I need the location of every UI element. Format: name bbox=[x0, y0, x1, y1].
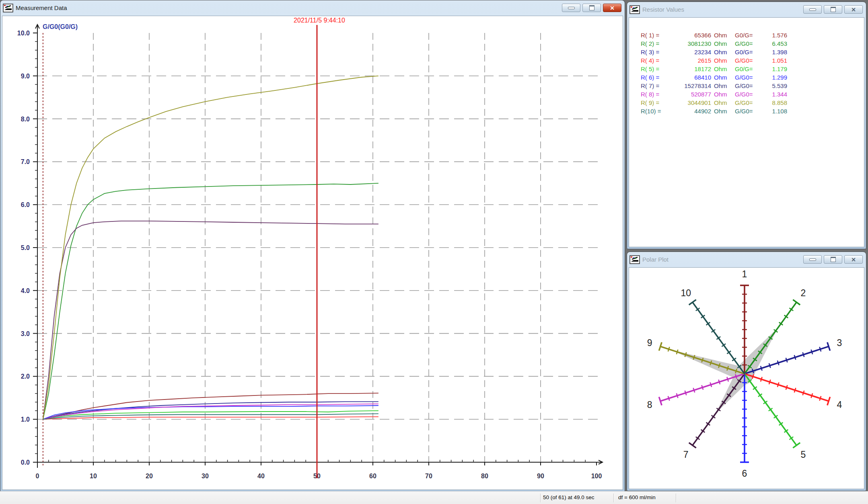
resistor-row: R(10) =44902OhmG/G0=1.108 bbox=[641, 107, 864, 115]
resistor-row: R( 9) =3044901OhmG/G0=8.858 bbox=[641, 98, 864, 107]
status-reading-position: 50 (of 61) at 49.0 sec bbox=[543, 494, 594, 500]
resistor-unit: Ohm bbox=[711, 98, 732, 107]
window-polar-plot: Polar Plot ✕ 12345678910 bbox=[627, 252, 866, 491]
resistor-unit: Ohm bbox=[711, 73, 732, 82]
status-bar: 50 (of 61) at 49.0 sec df = 600 ml/min bbox=[0, 491, 868, 504]
maximize-icon bbox=[831, 7, 836, 12]
resistor-row: R( 3) =23234OhmG0/G=1.398 bbox=[641, 48, 864, 56]
resistor-value: 15278314 bbox=[666, 82, 711, 90]
ratio-value: 1.051 bbox=[759, 56, 787, 65]
resistor-unit: Ohm bbox=[711, 65, 732, 73]
minimize-icon bbox=[809, 8, 816, 11]
ratio-label: G/G0= bbox=[735, 56, 759, 65]
radar-axis-label-7: 7 bbox=[683, 449, 689, 460]
svg-text:5.0: 5.0 bbox=[21, 244, 30, 251]
resistor-value: 2615 bbox=[666, 56, 711, 65]
maximize-button[interactable] bbox=[582, 4, 601, 12]
resistor-values-list: R( 1) =65366OhmG0/G=1.576R( 2) =3081230O… bbox=[629, 18, 864, 115]
resistor-unit: Ohm bbox=[711, 82, 732, 90]
ratio-label: G/G0= bbox=[735, 73, 759, 82]
app-icon bbox=[629, 255, 640, 264]
line-chart[interactable]: 0.01.02.03.04.05.06.07.08.09.010.0010203… bbox=[2, 16, 623, 490]
resistor-titlebar[interactable]: Resistor Values ✕ bbox=[627, 2, 866, 17]
resistor-label: R( 8) = bbox=[641, 90, 666, 98]
polar-plot-area: 12345678910 bbox=[629, 267, 864, 489]
radar-axis-label-8: 8 bbox=[647, 400, 652, 410]
close-icon: ✕ bbox=[610, 5, 615, 11]
minimize-button[interactable] bbox=[803, 255, 822, 264]
status-divider bbox=[540, 494, 541, 502]
ratio-value: 6.453 bbox=[759, 39, 787, 48]
radar-axis-label-4: 4 bbox=[837, 400, 842, 410]
minimize-button[interactable] bbox=[562, 4, 580, 12]
ratio-value: 1.576 bbox=[759, 31, 787, 39]
svg-text:3.0: 3.0 bbox=[21, 330, 30, 337]
radar-axis-2 bbox=[745, 300, 800, 374]
svg-text:6.0: 6.0 bbox=[21, 201, 30, 208]
polar-titlebar[interactable]: Polar Plot ✕ bbox=[627, 252, 866, 267]
resistor-row: R( 6) =68410OhmG/G0=1.299 bbox=[641, 73, 864, 82]
radar-chart[interactable]: 12345678910 bbox=[629, 268, 864, 488]
maximize-button[interactable] bbox=[824, 5, 842, 14]
resistor-unit: Ohm bbox=[711, 39, 732, 48]
radar-axis-4 bbox=[745, 374, 830, 405]
radar-axis-label-2: 2 bbox=[800, 288, 806, 298]
resistor-row: R( 4) =2615OhmG/G0=1.051 bbox=[641, 56, 864, 65]
resistor-value: 68410 bbox=[666, 73, 711, 82]
svg-text:7.0: 7.0 bbox=[21, 158, 30, 165]
axes bbox=[33, 25, 603, 468]
resistor-unit: Ohm bbox=[711, 90, 732, 98]
ratio-label: G/G0= bbox=[735, 39, 759, 48]
resistor-unit: Ohm bbox=[711, 107, 732, 115]
minimize-icon bbox=[568, 7, 575, 9]
ratio-value: 8.858 bbox=[759, 98, 787, 107]
svg-text:10.0: 10.0 bbox=[17, 30, 30, 37]
ratio-value: 1.108 bbox=[759, 107, 787, 115]
resistor-label: R( 5) = bbox=[641, 65, 666, 73]
timestamp-annotation: 2021/11/5 9:44:10 bbox=[294, 17, 345, 24]
svg-text:80: 80 bbox=[481, 473, 488, 479]
resistor-label: R( 9) = bbox=[641, 98, 666, 107]
resistor-value: 18172 bbox=[666, 65, 711, 73]
resistor-label: R( 1) = bbox=[641, 31, 666, 39]
ratio-label: G/G0= bbox=[735, 107, 759, 115]
window-title: Polar Plot bbox=[642, 256, 803, 263]
resistor-unit: Ohm bbox=[711, 56, 732, 65]
ratio-label: G/G0= bbox=[735, 98, 759, 107]
measurement-titlebar[interactable]: Measurement Data ✕ bbox=[0, 0, 625, 15]
resistor-label: R( 7) = bbox=[641, 82, 666, 90]
resistor-row: R( 1) =65366OhmG0/G=1.576 bbox=[641, 31, 864, 39]
svg-text:90: 90 bbox=[537, 473, 544, 479]
maximize-button[interactable] bbox=[824, 255, 842, 264]
radar-axis-label-3: 3 bbox=[837, 338, 842, 348]
resistor-label: R( 2) = bbox=[641, 39, 666, 48]
resistor-row: R( 5) =18172OhmG0/G=1.179 bbox=[641, 65, 864, 73]
y-axis-title: G/G0(G0/G) bbox=[43, 23, 78, 30]
ratio-label: G/G0= bbox=[735, 90, 759, 98]
close-icon: ✕ bbox=[851, 7, 856, 12]
svg-text:2.0: 2.0 bbox=[21, 373, 30, 380]
ratio-value: 1.398 bbox=[759, 48, 787, 56]
radar-axis-label-9: 9 bbox=[647, 338, 652, 348]
app-icon bbox=[629, 5, 640, 14]
desktop: { "windows": { "measurement": { "title":… bbox=[0, 0, 868, 504]
resistor-label: R( 6) = bbox=[641, 73, 666, 82]
resistor-value: 23234 bbox=[666, 48, 711, 56]
window-measurement-data: Measurement Data ✕ 0.01.02.03.04.05.06.0… bbox=[0, 0, 625, 492]
app-icon bbox=[3, 4, 13, 12]
svg-text:1.0: 1.0 bbox=[21, 416, 30, 423]
minimize-button[interactable] bbox=[803, 5, 822, 14]
close-button[interactable]: ✕ bbox=[844, 255, 863, 264]
svg-text:8.0: 8.0 bbox=[21, 116, 30, 123]
radar-axis-label-1: 1 bbox=[742, 269, 747, 279]
svg-text:10: 10 bbox=[90, 473, 97, 479]
window-title: Resistor Values bbox=[642, 6, 803, 13]
measurement-chart-area: 0.01.02.03.04.05.06.07.08.09.010.0010203… bbox=[2, 16, 623, 490]
ratio-label: G/G0= bbox=[735, 82, 759, 90]
close-button[interactable]: ✕ bbox=[844, 5, 863, 14]
ratio-value: 1.179 bbox=[759, 65, 787, 73]
svg-text:4.0: 4.0 bbox=[21, 287, 30, 294]
svg-text:0: 0 bbox=[36, 473, 39, 479]
resistor-value: 3044901 bbox=[666, 98, 711, 107]
close-button[interactable]: ✕ bbox=[603, 4, 621, 12]
